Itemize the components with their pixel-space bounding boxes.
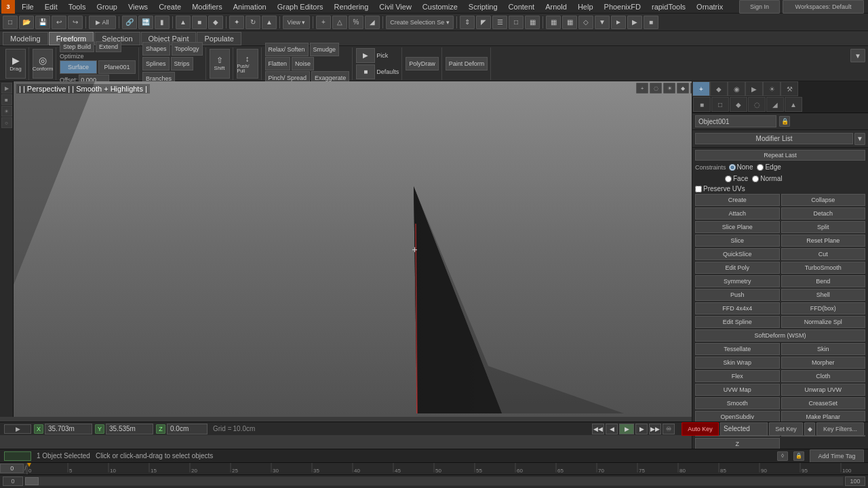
- menu-group[interactable]: Group: [91, 1, 123, 12]
- vp-maximize[interactable]: +: [636, 83, 648, 94]
- frame-end-input[interactable]: 100: [845, 476, 865, 486]
- panel-icon-5[interactable]: ◢: [766, 97, 784, 112]
- toolbar3-menu[interactable]: ▼: [850, 49, 865, 62]
- slice-btn[interactable]: Slice: [695, 235, 780, 247]
- radio-edge[interactable]: Edge: [757, 163, 781, 171]
- flex-btn[interactable]: Flex: [695, 370, 780, 382]
- detach-btn[interactable]: Detach: [781, 207, 866, 220]
- tl-goto-start[interactable]: ◀◀: [592, 424, 604, 434]
- panel-icon-3[interactable]: ◆: [730, 97, 747, 112]
- auto-key-btn[interactable]: Auto Key: [682, 422, 719, 436]
- lp-light[interactable]: ○: [1, 117, 12, 128]
- tab-display[interactable]: ☀: [763, 81, 781, 96]
- tab-modeling[interactable]: Modeling: [3, 32, 48, 45]
- pick-btn[interactable]: ▶: [356, 48, 375, 63]
- edit-poly-btn[interactable]: Edit Poly: [695, 262, 780, 274]
- render-prev-btn[interactable]: ▶: [627, 16, 642, 29]
- graph-view-btn[interactable]: ▦: [546, 16, 561, 29]
- unlink-btn[interactable]: 🔜: [138, 16, 153, 29]
- preserve-uvs-check[interactable]: Preserve UVs: [695, 185, 745, 192]
- tl-goto-end[interactable]: ▶▶: [649, 424, 661, 434]
- add-time-tag-btn[interactable]: Add Time Tag: [810, 449, 864, 463]
- scatter-btn[interactable]: □: [509, 16, 524, 29]
- set-key-btn[interactable]: Set Key: [769, 422, 803, 436]
- bind-btn[interactable]: ▮: [155, 16, 170, 29]
- tab-motion[interactable]: ▶: [745, 81, 763, 96]
- select-filter-btn[interactable]: ▲: [176, 16, 191, 29]
- new-btn[interactable]: □: [3, 16, 18, 29]
- transform-type-in-x[interactable]: X: [34, 424, 43, 434]
- create-sel-set[interactable]: Create Selection Se ▾: [386, 16, 454, 29]
- cut-btn[interactable]: Cut: [781, 248, 866, 260]
- splines-btn[interactable]: Splines: [142, 57, 170, 70]
- menu-arnold[interactable]: Arnold: [540, 1, 572, 12]
- transform-type-in-z[interactable]: Z: [156, 424, 165, 434]
- morpher-btn[interactable]: Morpher: [781, 357, 866, 369]
- tab-utilities[interactable]: ⚒: [781, 81, 798, 96]
- attach-btn[interactable]: Attach: [695, 207, 780, 220]
- smooth-btn[interactable]: Smooth: [695, 397, 780, 409]
- shift-btn[interactable]: ⇧ Shift: [210, 49, 230, 79]
- menu-help[interactable]: Help: [572, 1, 599, 12]
- sign-in-btn[interactable]: Sign In: [739, 0, 780, 14]
- polydraw-btn[interactable]: PolyDraw: [406, 57, 439, 70]
- undo-btn[interactable]: ↩: [52, 16, 66, 29]
- scale-btn[interactable]: ▲: [262, 16, 277, 29]
- repeat-last-btn[interactable]: Repeat Last: [695, 150, 865, 161]
- shell-btn[interactable]: Shell: [781, 289, 866, 301]
- ffdbox-btn[interactable]: FFD(box): [781, 302, 866, 314]
- object-name-input[interactable]: [695, 115, 776, 127]
- tab-create[interactable]: +: [692, 81, 710, 96]
- spinner-snap[interactable]: ◢: [365, 16, 380, 29]
- surface-btn[interactable]: Surface: [60, 60, 97, 74]
- menu-animation[interactable]: Animation: [228, 1, 272, 12]
- bend-btn[interactable]: Bend: [781, 275, 866, 287]
- mirror-btn[interactable]: ◤: [476, 16, 491, 29]
- timeline-scrollbar[interactable]: [24, 476, 844, 486]
- shapes-btn[interactable]: Shapes: [142, 42, 170, 56]
- tab-modify[interactable]: ◆: [710, 81, 728, 96]
- menu-content[interactable]: Content: [503, 1, 540, 12]
- status-icon[interactable]: [4, 451, 31, 461]
- push-pull-btn[interactable]: ↕ Push/ Pull: [237, 49, 258, 79]
- strips-btn[interactable]: Strips: [171, 57, 193, 70]
- extend-btn[interactable]: Extend: [96, 41, 121, 52]
- cloth-btn[interactable]: Cloth: [781, 370, 866, 382]
- angle-snap[interactable]: △: [332, 16, 347, 29]
- skin-btn[interactable]: Skin: [781, 343, 866, 355]
- snap-toggle[interactable]: +: [316, 16, 331, 29]
- menu-create[interactable]: Create: [153, 1, 186, 12]
- panel-icon-4[interactable]: ◌: [748, 97, 766, 112]
- menu-phoenixfd[interactable]: PhoenixFD: [599, 1, 646, 12]
- tl-next-frame[interactable]: ▶: [635, 424, 648, 434]
- smudge-btn[interactable]: Smudge: [310, 43, 340, 56]
- vp-style[interactable]: ◆: [677, 83, 689, 94]
- radio-normal[interactable]: Normal: [752, 175, 782, 182]
- menu-civil-view[interactable]: Civil View: [374, 1, 416, 12]
- move-btn[interactable]: ✦: [229, 16, 244, 29]
- frame-start-input[interactable]: 0: [3, 476, 23, 486]
- menu-modifiers[interactable]: Modifiers: [186, 1, 228, 12]
- render-quick-btn[interactable]: ■: [644, 16, 658, 29]
- menu-file[interactable]: File: [16, 1, 39, 12]
- align-btn[interactable]: ⇕: [460, 16, 475, 29]
- tl-prev-frame[interactable]: ◀: [606, 424, 618, 434]
- conform-btn[interactable]: ◎ Conform: [33, 49, 53, 79]
- menu-views[interactable]: Views: [123, 1, 153, 12]
- tab-hierarchy[interactable]: ◉: [728, 81, 745, 96]
- viewport[interactable]: + | | Perspective | | Smooth + Highlight…: [14, 81, 705, 417]
- menu-rendering[interactable]: Rendering: [329, 1, 374, 12]
- softdeform-btn[interactable]: SoftDeform (WSM): [695, 329, 865, 342]
- step-build-btn[interactable]: Step Build: [60, 41, 94, 52]
- turbosmooth-btn[interactable]: TurboSmooth: [781, 262, 866, 274]
- vp-rendertype[interactable]: ◌: [650, 83, 662, 94]
- lp-camera[interactable]: ☀: [1, 106, 12, 117]
- rotate-btn[interactable]: ↻: [245, 16, 260, 29]
- selected-dropdown[interactable]: Selected: [720, 422, 768, 436]
- redo-btn[interactable]: ↪: [68, 16, 83, 29]
- drag-btn[interactable]: ▶ Drag: [5, 49, 26, 79]
- y-coord-field[interactable]: 35.535m: [106, 424, 153, 434]
- menu-customize[interactable]: Customize: [417, 1, 463, 12]
- split-btn[interactable]: Split: [781, 221, 866, 233]
- select-btn[interactable]: ▶ All: [89, 16, 116, 29]
